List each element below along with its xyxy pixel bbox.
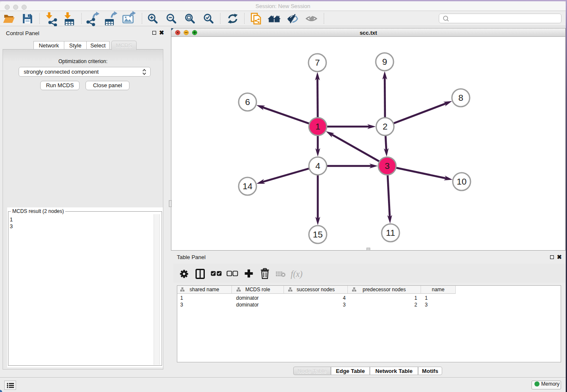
svg-text:9: 9	[382, 57, 387, 66]
svg-text:1: 1	[315, 121, 320, 131]
svg-text:6: 6	[245, 97, 250, 107]
svg-text:14: 14	[242, 181, 253, 191]
svg-text:15: 15	[313, 229, 322, 239]
svg-text:11: 11	[386, 228, 395, 237]
svg-text:7: 7	[315, 58, 320, 67]
svg-text:2: 2	[383, 121, 388, 131]
svg-text:f(x): f(x)	[291, 269, 303, 279]
svg-text:8: 8	[458, 93, 463, 102]
svg-text:10: 10	[457, 177, 466, 186]
svg-text:3: 3	[385, 161, 390, 171]
svg-text:4: 4	[315, 161, 320, 171]
